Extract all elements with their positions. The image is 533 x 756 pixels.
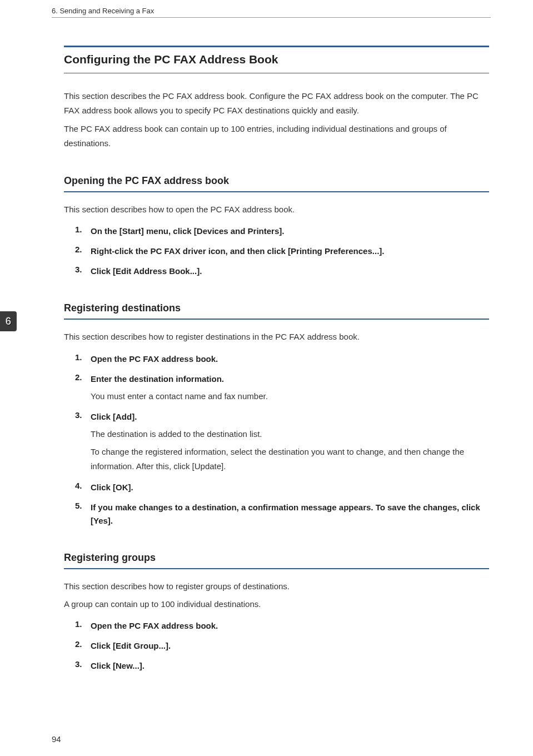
step-label: Enter the destination information. bbox=[91, 372, 489, 386]
step-label: On the [Start] menu, click [Devices and … bbox=[91, 225, 489, 238]
step-item: 1. Open the PC FAX address book. bbox=[75, 619, 489, 633]
step-label: Click [Add]. bbox=[91, 410, 489, 424]
step-label: Open the PC FAX address book. bbox=[91, 352, 489, 366]
step-content: Click [OK]. bbox=[91, 481, 489, 494]
intro-paragraph-1: This section describes the PC FAX addres… bbox=[64, 89, 489, 118]
step-label: Click [Edit Address Book...]. bbox=[91, 265, 489, 278]
step-desc: To change the registered information, se… bbox=[91, 445, 489, 474]
step-item: 2. Enter the destination information. Yo… bbox=[75, 372, 489, 404]
step-number: 2. bbox=[75, 372, 91, 404]
subsection-groups: Registering groups This section describe… bbox=[64, 552, 489, 673]
step-item: 2. Right-click the PC FAX driver icon, a… bbox=[75, 245, 489, 258]
step-number: 2. bbox=[75, 245, 91, 258]
step-list: 1. On the [Start] menu, click [Devices a… bbox=[64, 225, 489, 278]
step-label: Click [New...]. bbox=[91, 659, 489, 673]
chapter-label: 6. Sending and Receiving a Fax bbox=[52, 7, 154, 15]
step-number: 4. bbox=[75, 481, 91, 494]
step-content: Open the PC FAX address book. bbox=[91, 619, 489, 633]
step-content: Open the PC FAX address book. bbox=[91, 352, 489, 366]
step-number: 3. bbox=[75, 265, 91, 278]
step-number: 1. bbox=[75, 352, 91, 366]
step-content: On the [Start] menu, click [Devices and … bbox=[91, 225, 489, 238]
step-content: Right-click the PC FAX driver icon, and … bbox=[91, 245, 489, 258]
subsection-intro: This section describes how to open the P… bbox=[64, 202, 489, 217]
step-label: Right-click the PC FAX driver icon, and … bbox=[91, 245, 489, 258]
step-content: If you make changes to a destination, a … bbox=[91, 501, 489, 528]
step-item: 4. Click [OK]. bbox=[75, 481, 489, 494]
main-title: Configuring the PC FAX Address Book bbox=[64, 53, 489, 66]
step-desc: The destination is added to the destinat… bbox=[91, 427, 489, 441]
step-number: 2. bbox=[75, 639, 91, 653]
step-item: 5. If you make changes to a destination,… bbox=[75, 501, 489, 528]
subsection-title: Registering destinations bbox=[64, 302, 489, 320]
chapter-tab-number: 6 bbox=[6, 316, 11, 327]
step-item: 3. Click [New...]. bbox=[75, 659, 489, 673]
page-content: Configuring the PC FAX Address Book This… bbox=[0, 18, 511, 673]
step-content: Enter the destination information. You m… bbox=[91, 372, 489, 404]
subsection-destinations: Registering destinations This section de… bbox=[64, 302, 489, 527]
step-item: 1. Open the PC FAX address book. bbox=[75, 352, 489, 366]
chapter-tab: 6 bbox=[0, 311, 17, 331]
step-number: 3. bbox=[75, 410, 91, 474]
main-title-bar: Configuring the PC FAX Address Book bbox=[64, 46, 489, 73]
intro-paragraph-2: The PC FAX address book can contain up t… bbox=[64, 122, 489, 151]
page-header: 6. Sending and Receiving a Fax bbox=[0, 0, 533, 15]
subsection-opening: Opening the PC FAX address book This sec… bbox=[64, 175, 489, 278]
subsection-intro: This section describes how to register d… bbox=[64, 330, 489, 344]
step-label: If you make changes to a destination, a … bbox=[91, 501, 489, 528]
subsection-intro: This section describes how to register g… bbox=[64, 579, 489, 594]
subsection-title: Registering groups bbox=[64, 552, 489, 569]
step-content: Click [New...]. bbox=[91, 659, 489, 673]
step-item: 3. Click [Edit Address Book...]. bbox=[75, 265, 489, 278]
step-list: 1. Open the PC FAX address book. 2. Clic… bbox=[64, 619, 489, 673]
step-content: Click [Edit Group...]. bbox=[91, 639, 489, 653]
subsection-intro-2: A group can contain up to 100 individual… bbox=[64, 597, 489, 611]
step-label: Click [Edit Group...]. bbox=[91, 639, 489, 653]
page-number: 94 bbox=[52, 734, 61, 744]
step-item: 3. Click [Add]. The destination is added… bbox=[75, 410, 489, 474]
step-content: Click [Edit Address Book...]. bbox=[91, 265, 489, 278]
step-label: Click [OK]. bbox=[91, 481, 489, 494]
step-desc: You must enter a contact name and fax nu… bbox=[91, 389, 489, 404]
step-list: 1. Open the PC FAX address book. 2. Ente… bbox=[64, 352, 489, 528]
step-number: 1. bbox=[75, 619, 91, 633]
step-item: 1. On the [Start] menu, click [Devices a… bbox=[75, 225, 489, 238]
step-item: 2. Click [Edit Group...]. bbox=[75, 639, 489, 653]
step-number: 5. bbox=[75, 501, 91, 528]
step-content: Click [Add]. The destination is added to… bbox=[91, 410, 489, 474]
step-number: 1. bbox=[75, 225, 91, 238]
subsection-title: Opening the PC FAX address book bbox=[64, 175, 489, 192]
step-number: 3. bbox=[75, 659, 91, 673]
step-label: Open the PC FAX address book. bbox=[91, 619, 489, 633]
